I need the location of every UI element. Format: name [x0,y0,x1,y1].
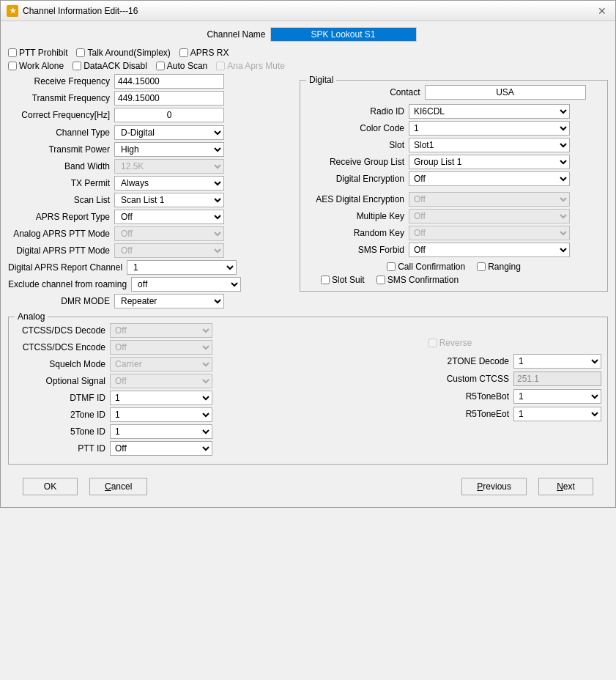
digital-aprs-report-label: Digital APRS Report Channel [8,262,127,273]
auto-scan-checkbox[interactable] [156,62,165,70]
scan-list-select[interactable]: Scan List 1 [114,193,224,207]
squelch-select: Carrier [110,357,212,372]
channel-name-input[interactable] [270,27,417,42]
sms-confirm-checkbox[interactable] [376,276,385,284]
aprs-rx-checkbox[interactable] [179,48,188,57]
work-alone-check[interactable]: Work Alone [8,61,64,71]
slot-suit-check[interactable]: Slot Suit [321,275,365,285]
digital-aprs-ptt-select: Off [114,243,224,258]
squelch-label: Squelch Mode [15,359,110,369]
top-checkboxes-row1: PTT Prohibit Talk Around(Simplex) APRS R… [8,48,608,58]
correct-freq-input[interactable] [114,108,224,122]
squelch-row: Squelch Mode Carrier [15,357,293,372]
digital-encryption-select[interactable]: Off [409,171,570,186]
ctcss-decode-row: CTCSS/DCS Decode Off [15,323,293,338]
ptt-id-row: PTT ID Off [15,441,293,456]
ranging-check[interactable]: Ranging [477,262,521,272]
reverse-label: Reverse [439,338,472,348]
transmit-power-select[interactable]: High Low [114,142,224,157]
ctcss-encode-select: Off [110,340,212,355]
ranging-label: Ranging [488,262,521,272]
sms-confirm-label: SMS Confirmation [387,275,459,285]
contact-input[interactable] [425,85,586,100]
fivetone-id-select[interactable]: 1 [110,424,212,439]
analog-group-box: Analog CTCSS/DCS Decode Off CTCSS/DCS En… [8,317,608,465]
dtmf-id-row: DTMF ID 1 [15,391,293,405]
slot-select[interactable]: Slot1 [409,138,570,152]
dtmf-id-label: DTMF ID [15,393,110,403]
band-width-label: Band Width [8,161,114,171]
tx-permit-row: TX Permit Always [8,176,294,191]
next-button[interactable]: Next [538,478,593,495]
color-code-label: Color Code [306,123,409,133]
channel-type-select[interactable]: D-Digital [114,125,224,140]
talk-around-check[interactable]: Talk Around(Simplex) [76,48,170,58]
talk-around-checkbox[interactable] [76,48,85,57]
aes-section: AES Digital Encryption Off Multiple Key … [306,192,601,257]
close-button[interactable]: ✕ [595,4,609,18]
optional-signal-row: Optional Signal Off [15,374,293,388]
r5tone-bot-select[interactable]: 1 [513,389,601,404]
twotone-id-label: 2Tone ID [15,410,110,420]
twotone-id-select[interactable]: 1 [110,407,212,422]
sms-confirm-check[interactable]: SMS Confirmation [376,275,459,285]
digital-aprs-ptt-label: Digital APRS PTT Mode [8,245,114,256]
scan-list-label: Scan List [8,195,114,205]
main-area: Receive Frequency Transmit Frequency Cor… [8,74,608,311]
ptt-id-select[interactable]: Off [110,441,212,456]
receive-group-label: Receive Group List [306,157,409,167]
dmr-mode-label: DMR MODE [8,296,114,306]
correct-freq-label: Correct Frequency[Hz] [8,110,114,120]
data-ack-check[interactable]: DataACK Disabl [73,61,147,71]
tx-permit-select[interactable]: Always [114,176,224,191]
data-ack-label: DataACK Disabl [84,61,147,71]
sms-forbid-select[interactable]: Off [409,243,570,257]
transmit-freq-input[interactable] [114,91,224,106]
dmr-mode-select[interactable]: Repeater [114,294,224,308]
custom-ctcss-row: Custom CTCSS [299,372,601,386]
color-code-select[interactable]: 1 [409,121,570,136]
call-confirm-checkbox[interactable] [387,262,396,271]
channel-type-label: Channel Type [8,128,114,138]
twotone-decode-row: 2TONE Decode 1 [299,354,601,369]
app-icon: ★ [7,5,18,17]
analog-group-title: Analog [15,311,48,322]
cancel-button[interactable]: Cancel [89,478,147,495]
ptt-prohibit-check[interactable]: PTT Prohibit [8,48,67,58]
twotone-decode-select[interactable]: 1 [513,354,601,369]
aprs-report-row: APRS Report Type Off [8,210,294,224]
work-alone-checkbox[interactable] [8,62,17,70]
band-width-row: Band Width 12.5K [8,159,294,174]
receive-group-select[interactable]: Group List 1 [409,155,570,169]
digital-aprs-report-select[interactable]: 1 [127,260,237,275]
aprs-rx-check[interactable]: APRS RX [179,48,229,58]
radio-id-select[interactable]: KI6CDL [409,104,570,119]
slot-row: Slot Slot1 [306,138,601,152]
ptt-prohibit-checkbox[interactable] [8,48,17,57]
call-confirm-check[interactable]: Call Confirmation [387,262,465,272]
scan-list-row: Scan List Scan List 1 [8,193,294,207]
dtmf-id-select[interactable]: 1 [110,391,212,405]
receive-freq-input[interactable] [114,74,224,89]
auto-scan-check[interactable]: Auto Scan [156,61,207,71]
slot-suit-checkbox[interactable] [321,276,330,284]
random-key-row: Random Key Off [306,226,601,240]
exclude-roaming-select[interactable]: off [131,277,241,292]
slot-suit-label: Slot Suit [332,275,365,285]
data-ack-checkbox[interactable] [73,62,81,70]
analog-main: CTCSS/DCS Decode Off CTCSS/DCS Encode Of… [15,323,601,458]
ana-aprs-mute-label: Ana Aprs Mute [227,61,285,71]
multiple-key-label: Multiple Key [306,211,409,221]
ok-button[interactable]: OK [23,478,78,495]
reverse-check-row: Reverse [299,338,601,348]
previous-button[interactable]: Previous [461,478,527,495]
channel-type-row: Channel Type D-Digital [8,125,294,140]
ptt-prohibit-label: PTT Prohibit [19,48,67,58]
ctcss-encode-row: CTCSS/DCS Encode Off [15,340,293,355]
multiple-key-select: Off [409,209,570,223]
digital-group-box: Digital Contact Radio ID KI6CDL Color Co… [300,80,608,292]
r5tone-bot-row: R5ToneBot 1 [299,389,601,404]
ranging-checkbox[interactable] [477,262,486,271]
r5tone-eot-select[interactable]: 1 [513,407,601,421]
aprs-report-select[interactable]: Off [114,210,224,224]
